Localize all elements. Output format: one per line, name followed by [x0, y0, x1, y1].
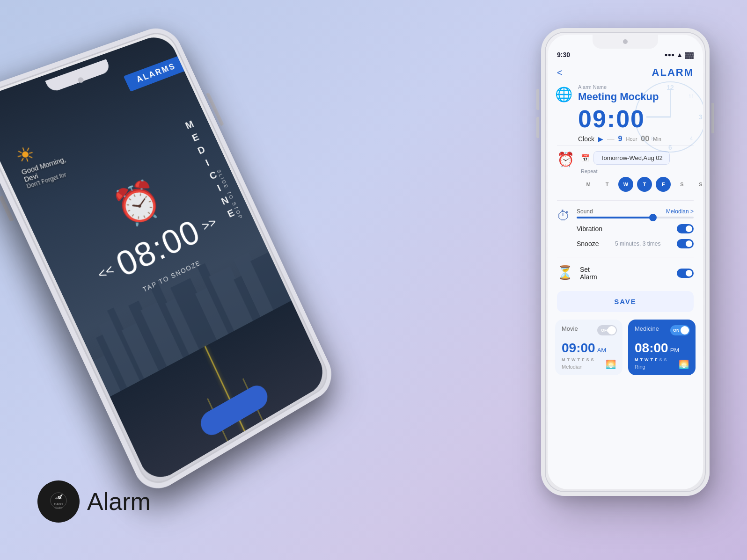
- days-row: M T W T F S S: [581, 177, 703, 192]
- movie-day-s: S: [586, 357, 589, 362]
- movie-alarm-card: Movie OFF 09:00 AM M T W: [555, 320, 622, 375]
- timer-section: ⏱ Sound Melodian >: [548, 203, 703, 255]
- medicine-sun-icon: 🌅: [679, 359, 689, 370]
- medicine-ampm: PM: [670, 347, 680, 354]
- movie-day-t: T: [567, 357, 570, 362]
- svg-text:8: 8: [651, 136, 654, 141]
- right-phone-body: 9:30 ●●● ▲ ▓▓ < ALARM 🌐: [541, 28, 710, 496]
- medicine-day-s: S: [659, 357, 662, 362]
- analog-clock: 12 3 6 9 11 4 1 8: [633, 80, 703, 154]
- day-wednesday[interactable]: W: [618, 177, 633, 192]
- svg-text:1: 1: [651, 94, 654, 99]
- left-arrows: <<: [95, 262, 117, 283]
- left-phone: ALARMS ☀ Good Morning, Devi Don't Forget…: [0, 22, 339, 498]
- slider-header: Sound Melodian >: [577, 208, 694, 215]
- medicine-day-t: T: [640, 357, 643, 362]
- movie-toggle-dot: [608, 326, 616, 335]
- save-button[interactable]: SAVE: [557, 291, 694, 312]
- status-icons: ●●● ▲ ▓▓: [664, 51, 694, 58]
- melodian-link[interactable]: Melodian >: [666, 208, 694, 215]
- hour-value: 9: [618, 135, 622, 143]
- vibration-row: Vibration: [577, 221, 694, 236]
- alarm-detail: 📅 Tomorrow-Wed,Aug 02 Repeat M T W T F S: [581, 151, 703, 195]
- set-alarm-label-block: Set Alarm: [580, 266, 597, 281]
- left-phone-body: ALARMS ☀ Good Morning, Devi Don't Forget…: [0, 22, 339, 498]
- medicine-toggle[interactable]: ON: [670, 325, 690, 335]
- right-arrows: >>: [199, 215, 219, 234]
- vibration-label: Vibration: [577, 225, 602, 233]
- set-alarm-label: Set: [580, 266, 597, 273]
- signal-icon: ●●●: [664, 51, 674, 58]
- set-alarm-toggle[interactable]: [677, 269, 694, 278]
- logo-text: Alarm: [87, 487, 151, 516]
- sound-label: Clock: [578, 135, 594, 143]
- day-saturday[interactable]: S: [674, 177, 689, 192]
- main-alarm-section: 🌐 Alarm Name Meeting Mockup 09:00 Clock …: [548, 84, 703, 143]
- movie-day-t2: T: [578, 357, 580, 362]
- right-phone: 9:30 ●●● ▲ ▓▓ < ALARM 🌐: [541, 28, 710, 496]
- right-volume-down-button[interactable]: [536, 117, 539, 138]
- movie-sun-icon: 🌅: [606, 359, 616, 370]
- movie-day-f: F: [582, 357, 585, 362]
- app-content: < ALARM 🌐 Alarm Name Meeting Mockup 09:0…: [548, 63, 703, 489]
- battery-icon: ▓▓: [685, 51, 694, 58]
- movie-day-s2: S: [591, 357, 594, 362]
- movie-ampm: AM: [597, 347, 607, 354]
- movie-day-m: M: [562, 357, 565, 362]
- sound-section-label: Sound: [577, 208, 593, 215]
- medicine-time: 08:00: [635, 341, 668, 356]
- alarm-clock-icon-right: ⏰: [557, 151, 574, 167]
- globe-clock-icon: 🌐: [555, 86, 572, 102]
- svg-text:11: 11: [688, 94, 694, 99]
- snooze-row: Snooze 5 minutes, 3 times: [577, 236, 694, 251]
- medicine-day-s2: S: [664, 357, 667, 362]
- medicine-day-m: M: [635, 357, 638, 362]
- sound-slider-track[interactable]: [577, 217, 694, 218]
- movie-time: 09:00: [562, 341, 595, 356]
- right-volume-up-button[interactable]: [536, 89, 539, 110]
- movie-toggle[interactable]: OFF: [597, 325, 617, 335]
- snooze-toggle[interactable]: [677, 239, 694, 248]
- svg-text:6: 6: [668, 144, 672, 151]
- svg-text:DAN's: DAN's: [54, 502, 63, 506]
- divider-2: [557, 200, 694, 201]
- hour-label: ──: [607, 136, 615, 142]
- right-power-button[interactable]: [711, 103, 714, 133]
- alarm-label: Alarm: [580, 273, 597, 281]
- day-thursday[interactable]: T: [637, 177, 652, 192]
- divider-3: [557, 257, 694, 257]
- logo-area: 𝒜 DAN's Studio Alarm: [37, 480, 151, 523]
- play-button[interactable]: ▶: [598, 135, 603, 143]
- slider-thumb[interactable]: [649, 214, 657, 221]
- slider-fill: [577, 217, 653, 218]
- alarm-cards: Movie OFF 09:00 AM M T W: [548, 316, 703, 383]
- svg-text:4: 4: [690, 136, 693, 141]
- medicine-day-w: W: [644, 357, 649, 362]
- svg-text:3: 3: [699, 113, 703, 121]
- repeat-label: Repeat: [581, 168, 703, 174]
- timer-detail: Sound Melodian > Vibration: [577, 206, 694, 251]
- movie-time-row: 09:00 AM: [562, 341, 616, 356]
- left-phone-screen: ALARMS ☀ Good Morning, Devi Don't Forget…: [0, 32, 329, 486]
- day-sunday[interactable]: S: [693, 177, 703, 192]
- wifi-icon: ▲: [676, 51, 683, 58]
- hourglass-icon: ⏳: [557, 265, 573, 280]
- svg-text:Studio: Studio: [55, 506, 62, 509]
- status-time: 9:30: [557, 51, 570, 58]
- app-title: ALARM: [652, 66, 694, 79]
- medicine-time-row: 08:00 PM: [635, 341, 689, 356]
- right-phone-notch: [593, 35, 658, 49]
- svg-text:𝒜: 𝒜: [55, 493, 63, 501]
- medicine-alarm-card: Medicine ON 08:00 PM M T W: [628, 320, 696, 375]
- vibration-toggle[interactable]: [677, 224, 694, 233]
- hourglass-detail: Set Alarm: [580, 263, 694, 284]
- day-monday[interactable]: M: [581, 177, 596, 192]
- day-tuesday[interactable]: T: [600, 177, 615, 192]
- front-camera-right: [623, 39, 628, 44]
- calendar-icon: 📅: [581, 154, 590, 162]
- medicine-toggle-dot: [681, 326, 689, 335]
- back-button[interactable]: <: [557, 67, 563, 78]
- set-alarm-row: Set Alarm: [580, 263, 694, 284]
- day-friday[interactable]: F: [656, 177, 671, 192]
- medicine-day-f: F: [655, 357, 658, 362]
